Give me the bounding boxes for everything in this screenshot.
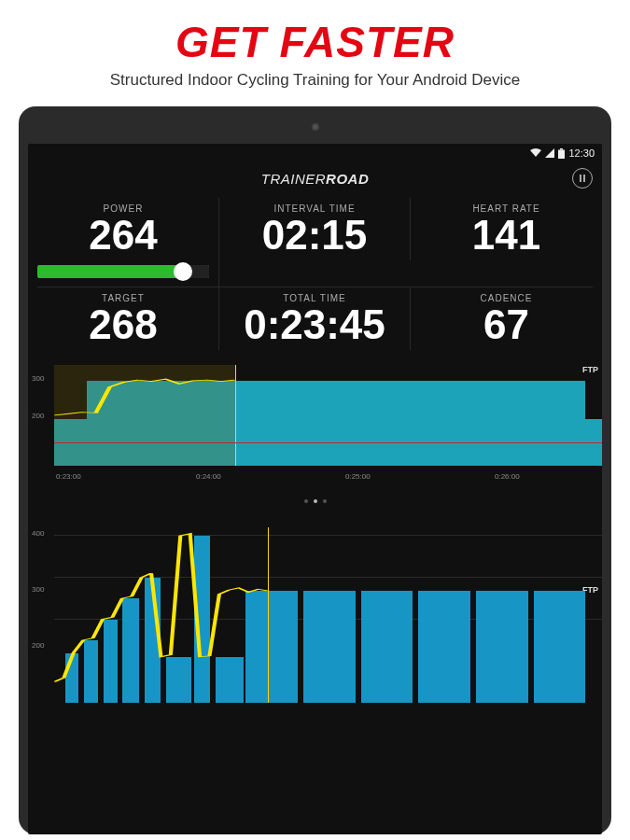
- pause-button[interactable]: [572, 168, 593, 189]
- app-header: TRAINERROAD: [28, 162, 602, 194]
- status-time: 12:30: [568, 147, 595, 159]
- metric-value: 141: [411, 214, 602, 257]
- interval-chart[interactable]: 300 200 FTP 0:23:00 0:24:00 0:25:00 0:26…: [28, 354, 602, 484]
- metric-interval-time: INTERVAL TIME 02:15: [219, 198, 411, 260]
- target-slider[interactable]: [37, 264, 209, 279]
- tablet-camera: [312, 123, 319, 131]
- ytick: 300: [32, 374, 44, 383]
- svg-rect-0: [560, 148, 563, 150]
- metric-value: 0:23:45: [219, 303, 410, 346]
- metric-total-time: TOTAL TIME 0:23:45: [219, 287, 411, 350]
- metric-cadence: CADENCE 67: [411, 287, 602, 350]
- metrics-grid: POWER 264 INTERVAL TIME 02:15 HEART RATE…: [28, 194, 602, 350]
- ytick: 200: [32, 641, 44, 650]
- hero-title: GET FASTER: [0, 17, 630, 67]
- signal-icon: [545, 148, 554, 158]
- target-slider-row: [28, 260, 219, 287]
- ytick: 400: [32, 529, 44, 538]
- android-status-bar: 12:30: [28, 144, 602, 162]
- workout-overview-chart[interactable]: 400 300 200 FTP: [28, 516, 602, 703]
- metric-value: 67: [411, 303, 602, 346]
- app-screen: 12:30 TRAINERROAD POWER 264 INTERVAL TIM…: [28, 144, 602, 834]
- ytick: 200: [32, 412, 44, 420]
- xtick: 0:23:00: [56, 472, 81, 481]
- metric-target: TARGET 268: [28, 287, 219, 350]
- app-logo: TRAINERROAD: [261, 171, 370, 187]
- wifi-icon: [530, 148, 541, 158]
- xtick: 0:24:00: [196, 472, 221, 481]
- battery-icon: [558, 148, 565, 159]
- pause-icon: [580, 175, 585, 182]
- hero-subtitle: Structured Indoor Cycling Training for Y…: [0, 71, 630, 90]
- ytick: 300: [32, 585, 44, 594]
- page-indicator[interactable]: [28, 484, 602, 512]
- xtick: 0:25:00: [345, 472, 371, 481]
- svg-rect-1: [558, 149, 565, 159]
- metric-value: 264: [28, 214, 218, 257]
- tablet-frame: 12:30 TRAINERROAD POWER 264 INTERVAL TIM…: [19, 106, 611, 834]
- metric-value: 02:15: [219, 214, 410, 257]
- metric-power: POWER 264: [28, 198, 219, 260]
- xtick: 0:26:00: [495, 472, 520, 481]
- metric-value: 268: [28, 303, 218, 346]
- metric-heart-rate: HEART RATE 141: [411, 198, 602, 260]
- slider-thumb[interactable]: [174, 262, 192, 281]
